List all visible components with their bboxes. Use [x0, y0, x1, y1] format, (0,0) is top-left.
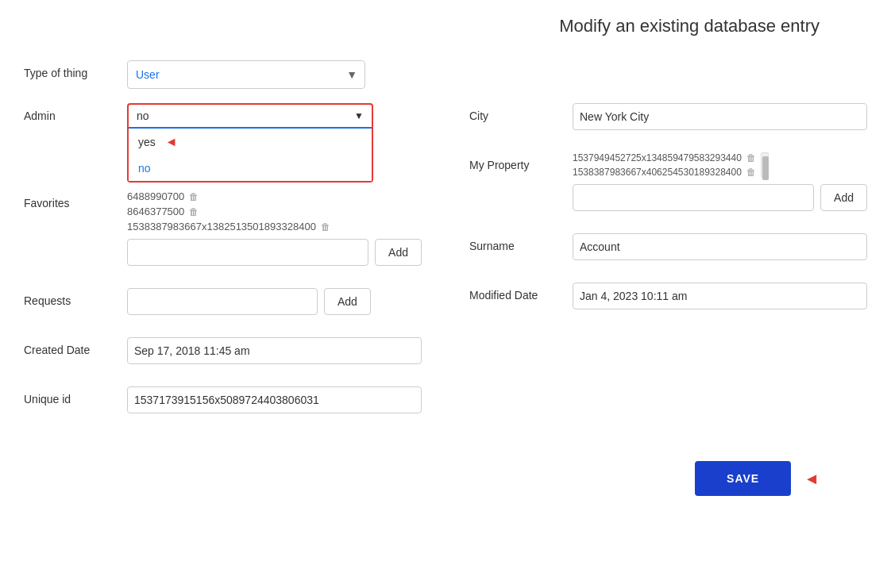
admin-dropdown-options: yes ◄ no: [129, 129, 372, 181]
favorite-value-3: 1538387983667x1382513501893328400: [127, 221, 316, 233]
type-of-thing-select[interactable]: User: [127, 60, 365, 89]
delete-property-2-icon[interactable]: 🗑: [746, 167, 758, 178]
my-property-control-area: 1537949452725x134859479583293440 🗑 15383…: [573, 152, 867, 211]
modified-date-label: Modified Date: [469, 282, 573, 302]
surname-input[interactable]: [573, 233, 867, 260]
created-date-label: Created Date: [24, 337, 127, 356]
left-column: Admin no ▼ yes ◄ no: [24, 103, 422, 429]
property-value-2: 1538387983667x406254530189328400: [573, 167, 742, 178]
delete-property-1-icon[interactable]: 🗑: [746, 152, 758, 163]
my-property-input[interactable]: [573, 184, 814, 211]
favorites-control-area: 6488990700 🗑 8646377500 🗑 1538387983667x…: [127, 190, 422, 266]
admin-label: Admin: [24, 103, 127, 122]
admin-option-no-label: no: [138, 162, 151, 175]
property-value-1: 1537949452725x134859479583293440: [573, 152, 742, 163]
list-item: 8646377500 🗑: [127, 206, 422, 217]
favorites-add-row: Add: [127, 239, 422, 266]
right-column: City My Property 1537949452725x134859479…: [469, 103, 867, 429]
list-item: 1538387983667x1382513501893328400 🗑: [127, 221, 422, 233]
save-section: SAVE ◄: [24, 461, 867, 496]
admin-option-yes[interactable]: yes ◄: [129, 129, 372, 156]
delete-favorite-1-icon[interactable]: 🗑: [189, 191, 199, 202]
delete-favorite-2-icon[interactable]: 🗑: [189, 206, 199, 217]
list-item: 1538387983667x406254530189328400 🗑: [573, 167, 758, 178]
city-input[interactable]: [573, 103, 867, 130]
my-property-scrollbar[interactable]: [761, 152, 769, 178]
favorites-label: Favorites: [24, 190, 127, 209]
admin-select-header[interactable]: no ▼: [129, 105, 372, 129]
city-label: City: [469, 103, 573, 122]
save-button[interactable]: SAVE: [695, 461, 791, 496]
unique-id-input[interactable]: [127, 386, 422, 413]
form-section: Admin no ▼ yes ◄ no: [24, 103, 867, 429]
type-of-thing-wrapper: User ▼: [127, 60, 365, 89]
favorites-add-button[interactable]: Add: [375, 239, 422, 266]
favorites-list: 6488990700 🗑 8646377500 🗑 1538387983667x…: [127, 190, 422, 233]
my-property-list: 1537949452725x134859479583293440 🗑 15383…: [573, 152, 758, 178]
list-item: 1537949452725x134859479583293440 🗑: [573, 152, 758, 163]
favorites-input[interactable]: [127, 239, 368, 266]
admin-option-yes-label: yes: [138, 136, 156, 148]
admin-option-no[interactable]: no: [129, 156, 372, 181]
property-add-row: Add: [573, 184, 867, 211]
delete-favorite-3-icon[interactable]: 🗑: [321, 221, 330, 233]
favorite-value-1: 6488990700: [127, 190, 184, 202]
city-row: City: [469, 103, 867, 132]
requests-add-button[interactable]: Add: [324, 288, 371, 315]
unique-id-label: Unique id: [24, 386, 127, 405]
surname-label: Surname: [469, 233, 573, 252]
modified-date-input[interactable]: [573, 282, 867, 309]
my-property-wrapper: 1537949452725x134859479583293440 🗑 15383…: [573, 152, 867, 178]
admin-selected-value: no: [137, 110, 149, 122]
page-container: Modify an existing database entry Type o…: [0, 0, 891, 588]
red-arrow-icon: ◄: [165, 135, 178, 149]
created-date-input[interactable]: [127, 337, 422, 364]
favorite-value-2: 8646377500: [127, 206, 184, 217]
requests-label: Requests: [24, 288, 127, 307]
my-property-label: My Property: [469, 152, 573, 171]
page-title: Modify an existing database entry: [24, 16, 867, 37]
requests-row: Add: [127, 288, 371, 315]
requests-input[interactable]: [127, 288, 318, 315]
type-of-thing-label: Type of thing: [24, 60, 127, 79]
list-item: 6488990700 🗑: [127, 190, 422, 202]
admin-dropdown-arrow-icon: ▼: [354, 110, 364, 121]
my-property-add-button[interactable]: Add: [820, 184, 867, 211]
my-property-scrollbar-thumb: [762, 156, 769, 180]
admin-dropdown-container: no ▼ yes ◄ no: [127, 103, 373, 183]
save-red-arrow-icon: ◄: [804, 470, 820, 488]
